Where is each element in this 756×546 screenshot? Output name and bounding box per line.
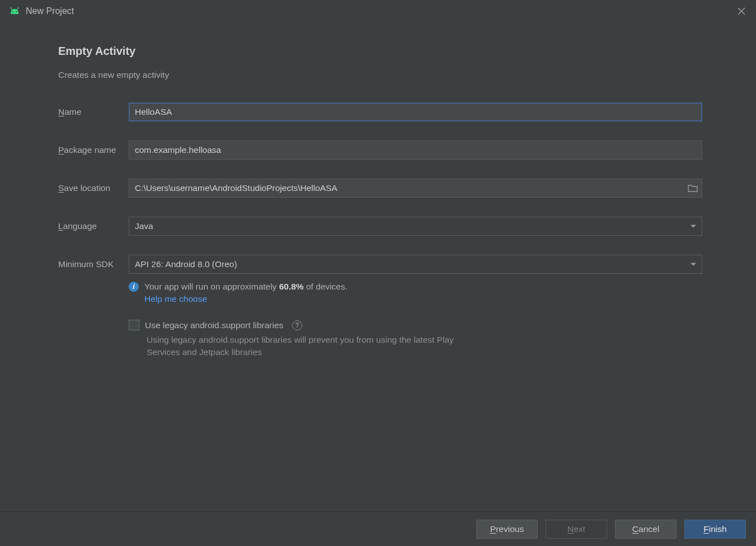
legacy-description: Using legacy android.support libraries w… <box>147 334 460 359</box>
label-location: Save location <box>58 183 129 193</box>
help-me-choose-link[interactable]: Help me choose <box>144 294 207 304</box>
language-value: Java <box>135 221 153 231</box>
row-min-sdk: Minimum SDK API 26: Android 8.0 (Oreo) <box>58 255 702 274</box>
sdk-info-text: Your app will run on approximately 60.8%… <box>144 282 348 292</box>
label-language: Language <box>58 221 129 231</box>
content-area: Empty Activity Creates a new empty activ… <box>0 22 756 359</box>
cancel-button[interactable]: Cancel <box>615 520 677 539</box>
chevron-down-icon <box>691 225 696 228</box>
name-input[interactable] <box>129 102 702 122</box>
label-min-sdk: Minimum SDK <box>58 259 129 269</box>
page-subtitle: Creates a new empty activity <box>58 70 702 80</box>
min-sdk-dropdown[interactable]: API 26: Android 8.0 (Oreo) <box>129 255 702 274</box>
row-location: Save location <box>58 179 702 198</box>
svg-point-2 <box>12 11 13 12</box>
legacy-checkbox-label: Use legacy android.support libraries <box>145 320 283 330</box>
legacy-checkbox[interactable] <box>129 320 139 330</box>
row-name: Name <box>58 102 702 122</box>
window-title: New Project <box>26 6 734 16</box>
titlebar: New Project <box>0 0 756 22</box>
bottom-bar: Previous Next Cancel Finish <box>0 511 756 546</box>
android-icon <box>9 7 20 16</box>
finish-button[interactable]: Finish <box>684 520 746 539</box>
svg-line-0 <box>11 7 12 10</box>
page-title: Empty Activity <box>58 45 702 58</box>
row-language: Language Java <box>58 217 702 236</box>
min-sdk-value: API 26: Android 8.0 (Oreo) <box>135 259 237 269</box>
svg-line-1 <box>17 7 18 10</box>
info-icon: i <box>129 282 139 292</box>
chevron-down-icon <box>691 263 696 266</box>
label-package: Package name <box>58 145 129 155</box>
svg-point-3 <box>16 11 17 12</box>
package-input[interactable] <box>129 141 702 160</box>
label-name: Name <box>58 107 129 117</box>
language-dropdown[interactable]: Java <box>129 217 702 236</box>
next-button: Next <box>546 520 607 539</box>
location-input[interactable] <box>129 179 702 198</box>
row-package: Package name <box>58 141 702 160</box>
help-icon[interactable]: ? <box>292 320 302 330</box>
sdk-info: i Your app will run on approximately 60.… <box>129 282 702 304</box>
close-icon[interactable] <box>734 3 749 19</box>
browse-folder-icon[interactable] <box>687 182 699 194</box>
previous-button[interactable]: Previous <box>476 520 538 539</box>
legacy-checkbox-row: Use legacy android.support libraries ? <box>129 320 702 330</box>
